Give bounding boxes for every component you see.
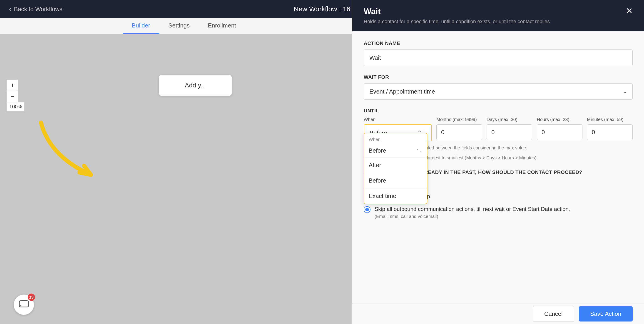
action-name-input[interactable] (364, 49, 633, 66)
zoom-controls: + − 100% (7, 79, 24, 111)
months-input[interactable] (436, 124, 482, 140)
days-input[interactable] (486, 124, 532, 140)
dropdown-before-label: Before (369, 147, 386, 154)
dropdown-item-before[interactable]: Before (364, 173, 427, 188)
action-name-label: ACTION NAME (364, 40, 633, 46)
chat-badge[interactable]: 19 (14, 295, 34, 315)
months-col-label: Months (max: 9999) (436, 117, 482, 122)
hours-col-label: Hours (max: 23) (537, 117, 582, 122)
radio-sublabel-skip-outbound: (Email, sms, call and voicemail) (374, 214, 570, 219)
tab-enrollment[interactable]: Enrollment (199, 22, 245, 34)
radio-skip-outbound[interactable]: Skip all outbound communication actions,… (364, 205, 633, 219)
minutes-col-label: Minutes (max: 59) (587, 117, 633, 122)
back-chevron-icon: ‹ (9, 5, 11, 13)
add-node-box: Add y... (159, 75, 232, 96)
svg-marker-0 (79, 170, 91, 175)
minutes-input[interactable] (587, 124, 633, 140)
chat-icon (18, 299, 30, 310)
minutes-column: Minutes (max: 59) (587, 117, 633, 140)
hours-column: Hours (max: 23) (537, 117, 582, 140)
add-node-text: Add y... (185, 82, 206, 89)
dropdown-item-exact-time[interactable]: Exact time (364, 188, 427, 204)
back-label: Back to Workflows (14, 6, 62, 13)
dropdown-before-selected[interactable]: Before ⌃⌄ (364, 144, 427, 158)
panel-title-block: Wait Holds a contact for a specific time… (364, 7, 550, 24)
when-column: When Before ⌃⌄ When Before ⌃⌄ After Befo… (364, 117, 432, 141)
radio-label-skip-outbound: Skip all outbound communication actions,… (374, 205, 570, 213)
canvas-area: + − 100% Add y... (0, 34, 352, 324)
panel-body: ACTION NAME WAIT FOR Event / Appointment… (352, 31, 644, 259)
close-button[interactable]: ✕ (626, 7, 633, 15)
until-group: UNTIL When Before ⌃⌄ When Before ⌃⌄ (364, 108, 633, 161)
until-label: UNTIL (364, 108, 633, 114)
dropdown-arrows-icon: ⌃⌄ (416, 148, 422, 153)
dropdown-when-header: When (364, 133, 427, 144)
save-action-button[interactable]: Save Action (579, 306, 633, 322)
panel-footer: Cancel Save Action (352, 304, 644, 324)
days-column: Days (max: 30) (486, 117, 532, 140)
dropdown-item-after[interactable]: After (364, 158, 427, 173)
wait-for-select-wrapper: Event / Appointment time ⌄ (364, 83, 633, 100)
zoom-out-button[interactable]: − (7, 91, 18, 102)
months-column: Months (max: 9999) (436, 117, 482, 140)
tab-builder[interactable]: Builder (123, 22, 159, 34)
workflow-title: New Workflow : 16 (294, 5, 350, 13)
action-name-group: ACTION NAME (364, 40, 633, 66)
wait-for-group: WAIT FOR Event / Appointment time ⌄ (364, 74, 633, 100)
zoom-in-button[interactable]: + (7, 79, 18, 91)
cancel-button[interactable]: Cancel (533, 306, 574, 322)
panel-title: Wait (364, 7, 550, 16)
radio-circle-skip-outbound (364, 206, 370, 213)
days-col-label: Days (max: 30) (486, 117, 532, 122)
panel-subtitle: Holds a contact for a specific time, unt… (364, 19, 550, 24)
panel-header: Wait Holds a contact for a specific time… (352, 0, 644, 31)
annotation-arrow (23, 111, 182, 202)
zoom-level: 100% (7, 102, 24, 111)
until-grid: When Before ⌃⌄ When Before ⌃⌄ After Befo… (364, 117, 633, 141)
tab-settings[interactable]: Settings (159, 22, 199, 34)
back-button[interactable]: ‹ Back to Workflows (9, 5, 62, 13)
wait-for-select[interactable]: Event / Appointment time (364, 83, 633, 100)
hours-input[interactable] (537, 124, 582, 140)
wait-for-label: WAIT FOR (364, 74, 633, 80)
when-col-label: When (364, 117, 432, 122)
chat-notification-badge: 19 (28, 294, 35, 301)
when-dropdown-popup: When Before ⌃⌄ After Before Exact time (364, 133, 427, 204)
side-panel: Wait Holds a contact for a specific time… (352, 0, 644, 324)
